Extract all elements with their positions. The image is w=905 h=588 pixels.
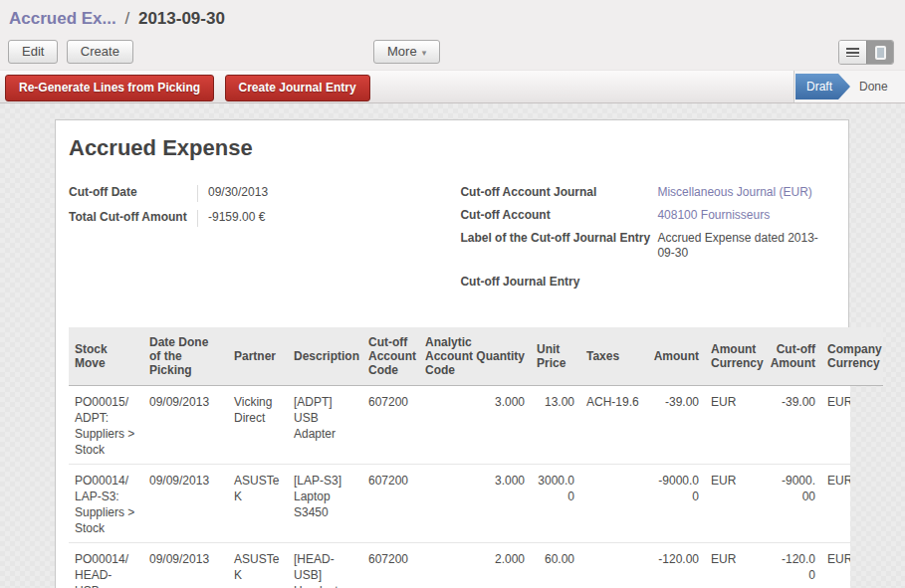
breadcrumb-separator: / xyxy=(120,9,133,28)
table-header-row: Stock Move Date Done of the Picking Part… xyxy=(69,327,883,386)
table-cell: ASUSTeK xyxy=(228,543,288,588)
column-header-cutoff-amount[interactable]: Cut-off Amount xyxy=(771,327,821,385)
page-title: Accrued Expense xyxy=(69,135,848,161)
field-label: Cut-off Account xyxy=(460,208,657,223)
table-row[interactable]: PO00014/ LAP-S3: Suppliers > Stock 09/09… xyxy=(69,465,850,543)
table-cell: EUR xyxy=(821,543,850,588)
table-cell: EUR xyxy=(705,386,771,464)
cutoff-date-value: 09/30/2013 xyxy=(198,185,268,202)
table-body: PO00015/ ADPT: Suppliers > Stock 09/09/2… xyxy=(69,386,850,588)
table-cell: [ADPT] USB Adapter xyxy=(288,386,362,464)
table-row[interactable]: PO00014/ HEAD-USB: Suppliers > Stock 09/… xyxy=(69,543,850,588)
breadcrumb: Accrued Ex... / 2013-09-30 xyxy=(0,0,905,29)
table-cell: 60.00 xyxy=(531,543,580,588)
table-cell: ACH-19.6 xyxy=(580,386,646,464)
column-header-taxes[interactable]: Taxes xyxy=(580,327,646,385)
table-cell: -120.00 xyxy=(771,543,821,588)
view-switcher xyxy=(838,40,894,65)
table-cell: 3.000 xyxy=(473,386,531,464)
field-label: Cut-off Date xyxy=(69,185,198,202)
create-button[interactable]: Create xyxy=(67,40,133,64)
field-journal-entry-label: Label of the Cut-off Journal Entry Accru… xyxy=(460,231,835,261)
table-cell: 13.00 xyxy=(531,386,580,464)
toolbar-center: More▾ xyxy=(373,40,440,64)
column-header-company-currency[interactable]: Company Currency xyxy=(821,327,883,385)
cutoff-account-link[interactable]: 408100 Fournisseurs xyxy=(657,208,821,223)
table-cell: EUR xyxy=(821,465,850,542)
column-header-partner[interactable]: Partner xyxy=(228,327,288,385)
column-header-amount[interactable]: Amount xyxy=(646,327,705,385)
table-cell: -9000.00 xyxy=(771,465,821,542)
field-groups: Cut-off Date 09/30/2013 Total Cut-off Am… xyxy=(69,185,835,297)
table-cell: 607200 xyxy=(362,543,419,588)
cutoff-journal-entry-value xyxy=(657,275,821,290)
table-cell: -39.00 xyxy=(771,386,821,464)
dropdown-caret-icon: ▾ xyxy=(422,48,427,58)
field-cutoff-account: Cut-off Account 408100 Fournisseurs xyxy=(460,208,835,223)
table-cell: -9000.00 xyxy=(646,465,705,542)
cutoff-lines-table: Stock Move Date Done of the Picking Part… xyxy=(69,327,848,588)
column-header-date-done[interactable]: Date Done of the Picking xyxy=(143,327,228,385)
table-cell: 2.000 xyxy=(473,543,531,588)
column-header-description[interactable]: Description xyxy=(288,327,362,385)
table-cell xyxy=(419,465,473,542)
more-button-label: More xyxy=(387,44,417,59)
table-cell: Vicking Direct xyxy=(228,386,288,464)
field-group-left: Cut-off Date 09/30/2013 Total Cut-off Am… xyxy=(69,185,450,297)
table-cell: ASUSTeK xyxy=(228,465,288,542)
column-header-unit-price[interactable]: Unit Price xyxy=(531,327,580,385)
table-row[interactable]: PO00015/ ADPT: Suppliers > Stock 09/09/2… xyxy=(69,386,850,465)
journal-entry-label-value: Accrued Expense dated 2013-09-30 xyxy=(657,231,821,261)
column-header-cutoff-account-code[interactable]: Cut-off Account Code xyxy=(362,327,419,385)
table-cell: 09/09/2013 xyxy=(143,465,228,542)
table-cell: 607200 xyxy=(362,465,419,542)
table-cell xyxy=(580,543,646,588)
field-label: Label of the Cut-off Journal Entry xyxy=(460,231,657,261)
form-sheet: Accrued Expense Cut-off Date 09/30/2013 … xyxy=(55,119,849,588)
toolbar-left: Edit Create xyxy=(8,40,133,64)
toolbar: Edit Create More▾ xyxy=(0,36,905,70)
form-view-icon xyxy=(875,46,886,60)
edit-button[interactable]: Edit xyxy=(8,40,58,64)
list-view-button[interactable] xyxy=(839,41,866,64)
top-bar: Accrued Ex... / 2013-09-30 xyxy=(0,0,905,36)
status-bar: Draft Done xyxy=(793,71,905,102)
column-header-quantity[interactable]: Quantity xyxy=(473,327,531,385)
table-cell: 09/09/2013 xyxy=(143,386,228,464)
field-cutoff-account-journal: Cut-off Account Journal Miscellaneous Jo… xyxy=(460,185,835,200)
field-total-cutoff-amount: Total Cut-off Amount -9159.00 € xyxy=(69,210,450,227)
total-cutoff-amount-value: -9159.00 € xyxy=(198,210,265,227)
breadcrumb-parent-link[interactable]: Accrued Ex... xyxy=(9,9,116,28)
cutoff-account-journal-link[interactable]: Miscellaneous Journal (EUR) xyxy=(657,185,821,200)
table-cell: 09/09/2013 xyxy=(143,543,228,588)
create-journal-entry-button[interactable]: Create Journal Entry xyxy=(225,75,370,101)
table-cell: [LAP-S3] Laptop S3450 xyxy=(288,465,362,542)
field-label: Cut-off Journal Entry xyxy=(460,275,657,290)
table-cell: 607200 xyxy=(362,386,419,464)
table-cell xyxy=(580,465,646,542)
field-cutoff-date: Cut-off Date 09/30/2013 xyxy=(69,185,450,202)
table-cell: PO00014/ LAP-S3: Suppliers > Stock xyxy=(69,465,143,542)
field-label: Total Cut-off Amount xyxy=(69,210,198,227)
breadcrumb-current: 2013-09-30 xyxy=(138,9,225,28)
regenerate-lines-button[interactable]: Re-Generate Lines from Picking xyxy=(5,75,214,101)
table-cell: EUR xyxy=(705,543,771,588)
odoo-form-view: Accrued Ex... / 2013-09-30 Edit Create M… xyxy=(0,0,905,588)
table-cell: 3.000 xyxy=(473,465,531,542)
action-bar: Re-Generate Lines from Picking Create Jo… xyxy=(0,70,905,103)
more-button[interactable]: More▾ xyxy=(373,40,440,64)
table-cell: [HEAD-USB] Headset USB xyxy=(288,543,362,588)
column-header-stock-move[interactable]: Stock Move xyxy=(69,327,143,385)
table-cell: -39.00 xyxy=(646,386,705,464)
column-header-analytic-account-code[interactable]: Analytic Account Code xyxy=(419,327,473,385)
table-cell xyxy=(419,386,473,464)
table-cell: EUR xyxy=(705,465,771,542)
column-header-amount-currency[interactable]: Amount Currency xyxy=(705,327,771,385)
field-group-right: Cut-off Account Journal Miscellaneous Jo… xyxy=(460,185,835,297)
table-cell: EUR xyxy=(821,386,850,464)
table-cell: 3000.00 xyxy=(531,465,580,542)
form-view-button[interactable] xyxy=(866,41,893,64)
table-cell: PO00015/ ADPT: Suppliers > Stock xyxy=(69,386,143,464)
list-view-icon xyxy=(846,48,859,57)
field-cutoff-journal-entry: Cut-off Journal Entry xyxy=(460,275,835,290)
